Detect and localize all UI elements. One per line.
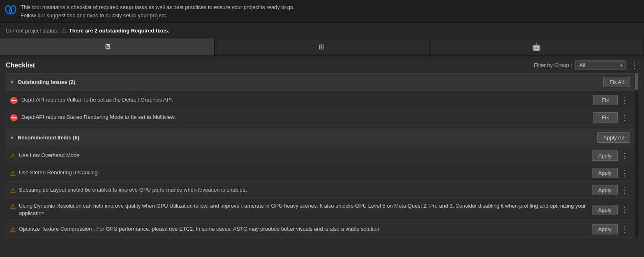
tab-android[interactable]: 🤖: [429, 38, 644, 56]
rec-more-button-4[interactable]: ⋮: [619, 206, 630, 213]
warning-icon-4: ⚠: [10, 203, 16, 211]
grid-icon: ⊞: [319, 42, 325, 51]
rec-left-5: ⚠ Optimize Texture Compression : For GPU…: [10, 225, 587, 234]
rec-text-5: Optimize Texture Compression : For GPU p…: [19, 225, 379, 233]
rec-row-1: ⚠ Use Low Overhead Mode Apply ⋮: [6, 147, 634, 164]
checklist-header: Checklist Filter by Group : All Required…: [6, 60, 638, 70]
status-label: Current project status:: [6, 28, 58, 34]
collapse-outstanding-icon[interactable]: ▼: [10, 80, 14, 85]
filter-group: Filter by Group : All Required Recommend…: [534, 60, 638, 70]
status-message: There are 2 outstanding Required fixes.: [69, 28, 169, 34]
header-description: This tool maintains a checklist of requi…: [21, 3, 295, 19]
rec-text-4: Using Dynamic Resolution can help improv…: [19, 202, 587, 217]
more-button-1[interactable]: ⋮: [619, 97, 630, 104]
header: This tool maintains a checklist of requi…: [0, 0, 644, 23]
apply-all-button[interactable]: Apply All: [597, 132, 630, 143]
apply-button-3[interactable]: Apply: [592, 185, 618, 195]
panel-wrapper: ▼ Outstanding Issues (2) Fix All ⛔ Depth…: [6, 73, 638, 238]
section-outstanding: ▼ Outstanding Issues (2) Fix All: [6, 73, 634, 91]
issue-right-2: Fix ⋮: [593, 112, 630, 123]
filter-select-wrapper[interactable]: All Required Recommended: [575, 60, 626, 70]
issue-text-1: DepthAPI requires Vulkan to be set as th…: [21, 96, 173, 104]
filter-select[interactable]: All Required Recommended: [575, 60, 626, 70]
tab-desktop[interactable]: 🖥: [0, 38, 215, 56]
rec-right-1: Apply ⋮: [592, 150, 630, 161]
issue-right-1: Fix ⋮: [593, 95, 630, 105]
meta-logo: [5, 4, 16, 17]
apply-button-2[interactable]: Apply: [592, 168, 618, 178]
status-error-icon: ⚠: [61, 27, 67, 35]
tab-grid[interactable]: ⊞: [215, 38, 429, 56]
filter-label: Filter by Group :: [534, 62, 572, 68]
content-area: ▼ Outstanding Issues (2) Fix All ⛔ Depth…: [6, 73, 638, 238]
issue-left-1: ⛔ DepthAPI requires Vulkan to be set as …: [10, 96, 588, 104]
error-icon-1: ⛔: [10, 97, 18, 104]
apply-button-4[interactable]: Apply: [592, 205, 618, 215]
rec-right-2: Apply ⋮: [592, 168, 630, 178]
rec-left-4: ⚠ Using Dynamic Resolution can help impr…: [10, 202, 587, 217]
rec-right-5: Apply ⋮: [592, 224, 630, 234]
platform-tabs: 🖥 ⊞ 🤖: [0, 38, 644, 56]
checklist-more-icon[interactable]: ⋮: [631, 61, 638, 70]
rec-left-1: ⚠ Use Low Overhead Mode: [10, 152, 587, 160]
section-recommended: ▼ Recommended Items (6) Apply All: [6, 129, 634, 146]
section-recommended-title: ▼ Recommended Items (6): [10, 134, 79, 141]
rec-more-button-5[interactable]: ⋮: [619, 226, 630, 233]
warning-icon-2: ⚠: [10, 169, 16, 177]
warning-icon-3: ⚠: [10, 187, 16, 194]
android-icon: 🤖: [532, 42, 541, 51]
issue-left-2: ⛔ DepthAPI requires Stereo Rendering Mod…: [10, 113, 588, 122]
warning-icon-5: ⚠: [10, 226, 16, 234]
issue-row-1: ⛔ DepthAPI requires Vulkan to be set as …: [6, 92, 634, 109]
apply-button-1[interactable]: Apply: [592, 150, 618, 161]
fix-button-2[interactable]: Fix: [593, 112, 618, 123]
apply-button-5[interactable]: Apply: [592, 224, 618, 234]
issue-text-2: DepthAPI requires Stereo Rendering Mode …: [21, 113, 176, 121]
rec-right-4: Apply ⋮: [592, 205, 630, 215]
fix-button-1[interactable]: Fix: [593, 95, 618, 105]
collapse-recommended-icon[interactable]: ▼: [10, 135, 14, 140]
section-outstanding-title: ▼ Outstanding Issues (2): [10, 79, 75, 85]
rec-left-2: ⚠ Use Stereo Rendering Instancing: [10, 169, 587, 177]
rec-text-1: Use Low Overhead Mode: [19, 152, 79, 159]
rec-more-button-3[interactable]: ⋮: [619, 187, 630, 194]
rec-text-2: Use Stereo Rendering Instancing: [19, 169, 98, 176]
issue-row-2: ⛔ DepthAPI requires Stereo Rendering Mod…: [6, 109, 634, 126]
scrollbar-track[interactable]: [635, 73, 638, 238]
rec-text-3: Subsampled Layout should be enabled to i…: [19, 186, 247, 194]
rec-row-3: ⚠ Subsampled Layout should be enabled to…: [6, 182, 634, 199]
checklist-title: Checklist: [6, 62, 35, 69]
fix-all-button[interactable]: Fix All: [603, 77, 630, 87]
main-panel: Checklist Filter by Group : All Required…: [0, 56, 644, 242]
more-button-2[interactable]: ⋮: [619, 114, 630, 121]
scrollbar-thumb[interactable]: [635, 73, 638, 90]
rec-more-button-1[interactable]: ⋮: [619, 152, 630, 160]
error-icon-2: ⛔: [10, 114, 18, 122]
rec-more-button-2[interactable]: ⋮: [619, 169, 630, 177]
rec-left-3: ⚠ Subsampled Layout should be enabled to…: [10, 186, 587, 194]
rec-row-2: ⚠ Use Stereo Rendering Instancing Apply …: [6, 164, 634, 182]
rec-row-4: ⚠ Using Dynamic Resolution can help impr…: [6, 199, 634, 221]
status-bar: Current project status: ⚠ There are 2 ou…: [0, 23, 644, 38]
desktop-icon: 🖥: [104, 43, 111, 51]
warning-icon-1: ⚠: [10, 152, 16, 160]
rec-row-5: ⚠ Optimize Texture Compression : For GPU…: [6, 221, 634, 238]
rec-right-3: Apply ⋮: [592, 185, 630, 195]
